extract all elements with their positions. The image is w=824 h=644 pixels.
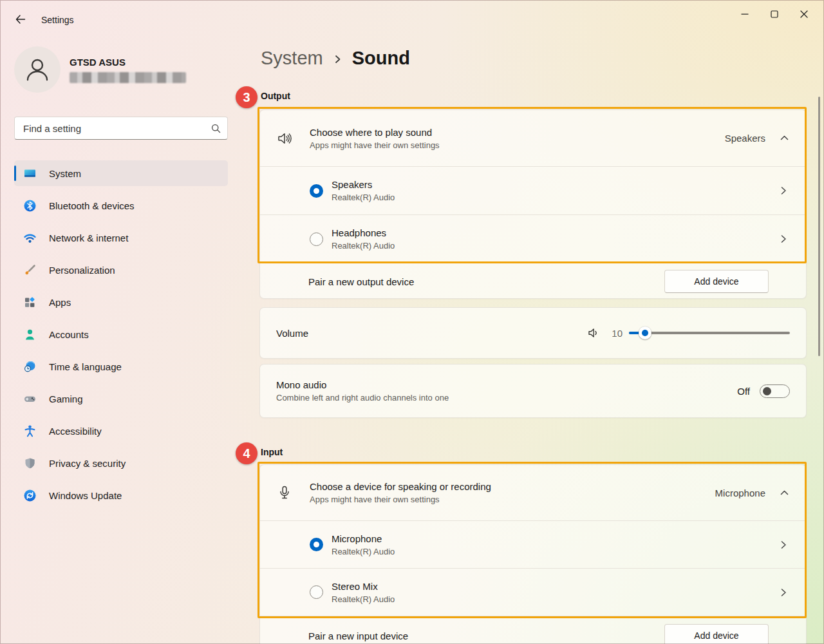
volume-icon[interactable] (587, 327, 600, 339)
volume-value: 10 (610, 328, 623, 339)
chevron-right-icon[interactable] (779, 540, 788, 549)
device-detail: Realtek(R) Audio (332, 241, 395, 251)
volume-slider[interactable] (629, 326, 790, 340)
sidebar-item-accounts[interactable]: Accounts (14, 321, 228, 347)
volume-label: Volume (276, 328, 308, 339)
sidebar-item-network-internet[interactable]: Network & internet (14, 225, 228, 251)
slider-track[interactable] (629, 332, 790, 334)
pair-input-label: Pair a new input device (308, 630, 408, 641)
volume-card: Volume 10 (259, 307, 807, 359)
sidebar-item-system[interactable]: System (14, 160, 228, 186)
privacy-security-icon (23, 457, 37, 470)
add-output-device-button[interactable]: Add device (664, 270, 769, 293)
accounts-icon (23, 328, 37, 341)
sidebar-item-windows-update[interactable]: Windows Update (14, 482, 228, 508)
user-email-redacted (70, 72, 186, 83)
scrollbar-thumb[interactable] (818, 97, 820, 356)
mono-audio-title: Mono audio (276, 379, 449, 390)
sidebar-item-label: System (49, 168, 81, 179)
output-selected-value: Speakers (725, 133, 765, 144)
network-icon (23, 231, 37, 245)
output-chooser-title: Choose where to play sound (310, 127, 440, 138)
search-input[interactable] (23, 123, 211, 134)
pair-output-row: Pair a new output device Add device (260, 263, 806, 299)
user-profile[interactable]: GTSD ASUS (14, 46, 186, 93)
time-language-icon (23, 360, 37, 374)
back-button[interactable] (10, 11, 30, 28)
gaming-icon (23, 392, 37, 406)
input-chooser-title: Choose a device for speaking or recordin… (310, 481, 491, 492)
breadcrumb-separator-icon (333, 53, 342, 66)
sidebar-item-bluetooth-devices[interactable]: Bluetooth & devices (14, 193, 228, 218)
system-icon (23, 167, 37, 180)
sidebar-item-personalization[interactable]: Personalization (14, 257, 228, 283)
output-chooser-row[interactable]: Choose where to play sound Apps might ha… (260, 110, 806, 166)
main-content: System Sound 3 Output Choose where to pl… (259, 0, 807, 644)
personalization-icon (23, 263, 37, 277)
sidebar: GTSD ASUS System Bluetooth & devices (0, 31, 242, 644)
bluetooth-icon (23, 199, 37, 213)
page-title: Sound (352, 48, 410, 69)
volume-slider-thumb[interactable] (639, 327, 651, 339)
annotation-badge-3: 3 (236, 86, 258, 108)
mono-audio-toggle[interactable] (760, 384, 790, 398)
input-selected-value: Microphone (715, 488, 765, 498)
selected-accent-bar (14, 166, 16, 181)
user-name: GTSD ASUS (70, 57, 186, 68)
chevron-up-icon[interactable] (780, 133, 789, 143)
device-detail: Realtek(R) Audio (332, 594, 395, 604)
annotation-badge-4: 4 (236, 442, 258, 464)
window-title: Settings (41, 15, 74, 25)
chevron-right-icon[interactable] (779, 186, 788, 195)
input-section-label: Input (261, 447, 283, 457)
sidebar-item-gaming[interactable]: Gaming (14, 386, 228, 412)
chevron-right-icon[interactable] (779, 588, 788, 597)
sidebar-item-accessibility[interactable]: Accessibility (14, 418, 228, 444)
output-section-label: Output (261, 91, 290, 101)
search-icon (211, 124, 221, 133)
input-chooser-subtitle: Apps might have their own settings (310, 495, 491, 504)
device-detail: Realtek(R) Audio (332, 547, 395, 556)
mono-audio-subtitle: Combine left and right audio channels in… (276, 393, 449, 402)
output-device-row-headphones[interactable]: Headphones Realtek(R) Audio (260, 214, 806, 263)
windows-update-icon (23, 489, 37, 502)
output-devices-card: Choose where to play sound Apps might ha… (259, 109, 807, 299)
radio-speakers[interactable] (310, 184, 323, 198)
person-icon (23, 55, 52, 84)
input-device-row-microphone[interactable]: Microphone Realtek(R) Audio (260, 520, 806, 568)
chevron-up-icon[interactable] (780, 488, 789, 498)
sidebar-item-time-language[interactable]: Time & language (14, 354, 228, 379)
input-devices-card: Choose a device for speaking or recordin… (259, 464, 807, 644)
back-arrow-icon (15, 14, 26, 24)
sidebar-nav: System Bluetooth & devices Network & int… (14, 160, 228, 515)
radio-stereo-mix[interactable] (310, 585, 323, 599)
input-chooser-row[interactable]: Choose a device for speaking or recordin… (260, 465, 806, 520)
accessibility-icon (23, 424, 37, 438)
sidebar-item-privacy-security[interactable]: Privacy & security (14, 450, 228, 476)
add-input-device-button[interactable]: Add device (664, 624, 769, 644)
chevron-right-icon[interactable] (779, 234, 788, 243)
radio-headphones[interactable] (310, 232, 323, 246)
pair-output-label: Pair a new output device (308, 276, 414, 287)
device-name: Headphones (332, 227, 395, 238)
mono-audio-card: Mono audio Combine left and right audio … (259, 364, 807, 418)
sidebar-item-apps[interactable]: Apps (14, 289, 228, 315)
breadcrumb-parent[interactable]: System (261, 48, 323, 69)
pair-input-row: Pair a new input device Add device (260, 616, 806, 644)
device-name: Stereo Mix (332, 581, 395, 592)
search-box[interactable] (14, 117, 228, 140)
radio-microphone[interactable] (310, 538, 323, 551)
device-name: Microphone (332, 533, 395, 544)
breadcrumb: System Sound (261, 48, 410, 69)
avatar (14, 46, 61, 93)
input-device-row-stereo-mix[interactable]: Stereo Mix Realtek(R) Audio (260, 568, 806, 616)
device-name: Speakers (332, 179, 395, 190)
mono-audio-state: Off (737, 386, 750, 397)
output-chooser-subtitle: Apps might have their own settings (310, 140, 440, 150)
device-detail: Realtek(R) Audio (332, 193, 395, 202)
speaker-icon (276, 130, 293, 147)
microphone-icon (276, 484, 293, 501)
output-device-row-speakers[interactable]: Speakers Realtek(R) Audio (260, 166, 806, 214)
apps-icon (23, 296, 37, 309)
